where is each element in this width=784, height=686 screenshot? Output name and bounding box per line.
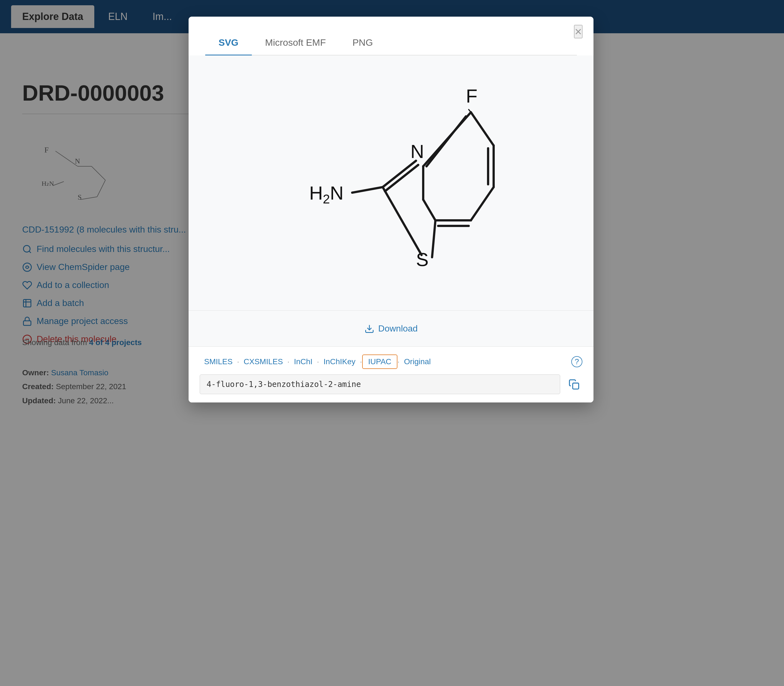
tab-png[interactable]: PNG <box>339 31 386 56</box>
sep5: · <box>398 357 399 366</box>
svg-line-20 <box>471 112 494 145</box>
sep1: · <box>237 357 239 366</box>
svg-line-33 <box>432 220 435 257</box>
chem-tab-iupac[interactable]: IUPAC <box>362 354 398 369</box>
svg-line-32 <box>383 187 422 255</box>
modal-tab-bar: SVG Microsoft EMF PNG <box>205 31 577 56</box>
chem-value-row <box>188 374 594 402</box>
chem-tab-original[interactable]: Original <box>399 355 435 368</box>
chem-help-button[interactable]: ? <box>571 356 583 367</box>
svg-rect-37 <box>573 383 579 389</box>
chem-tab-cxsmiles[interactable]: CXSMILES <box>239 355 287 368</box>
svg-text:S: S <box>416 249 429 270</box>
svg-line-29 <box>427 116 466 166</box>
sep4: · <box>360 357 362 366</box>
download-button[interactable]: Download <box>355 319 427 338</box>
svg-line-34 <box>352 187 383 193</box>
svg-text:F: F <box>466 85 478 106</box>
export-molecule-modal: × SVG Microsoft EMF PNG F N H2N S <box>188 16 594 402</box>
download-label: Download <box>378 323 417 334</box>
copy-button[interactable] <box>566 376 583 393</box>
chem-tab-inchikey[interactable]: InChIKey <box>319 355 360 368</box>
svg-line-23 <box>471 187 494 220</box>
modal-close-button[interactable]: × <box>574 25 583 38</box>
download-area: Download <box>188 310 594 346</box>
chem-value-input[interactable] <box>200 374 560 394</box>
chem-tab-inchi[interactable]: InChI <box>290 355 317 368</box>
chem-tab-smiles[interactable]: SMILES <box>200 355 237 368</box>
svg-text:N: N <box>411 141 424 162</box>
svg-line-31 <box>385 165 418 191</box>
svg-line-26 <box>423 199 435 220</box>
sep3: · <box>317 357 319 366</box>
sep2: · <box>287 357 290 366</box>
tab-svg[interactable]: SVG <box>205 31 252 56</box>
chem-identifier-tabs: SMILES · CXSMILES · InChI · InChIKey · I… <box>188 346 594 374</box>
modal-header: × SVG Microsoft EMF PNG <box>188 16 594 56</box>
molecule-display-area: F N H2N S <box>188 56 594 310</box>
tab-microsoft-emf[interactable]: Microsoft EMF <box>252 31 339 56</box>
svg-line-30 <box>383 161 416 187</box>
svg-text:H2N: H2N <box>309 182 344 206</box>
